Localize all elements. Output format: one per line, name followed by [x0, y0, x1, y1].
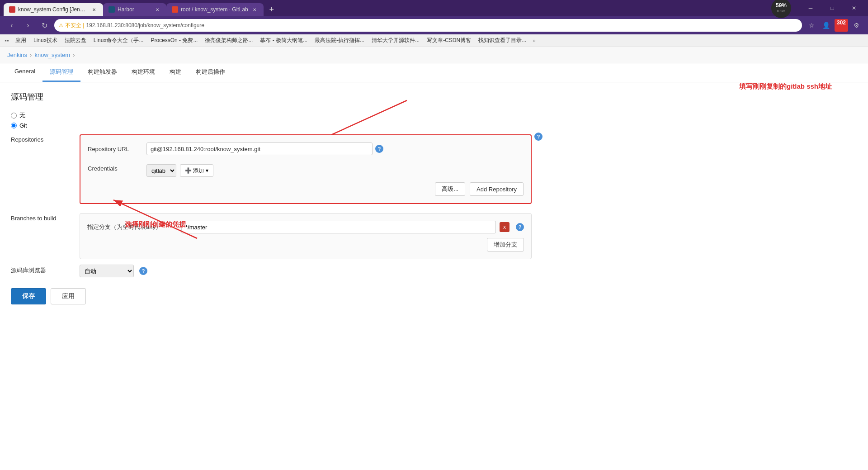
bookmark-cloud-label: 法院云盘 — [65, 37, 86, 44]
credentials-controls: qitlab ➕ 添加 ▾ — [146, 164, 213, 177]
tab-build-triggers[interactable]: 构建触发器 — [80, 63, 124, 82]
repo-help-icon[interactable]: ? — [534, 133, 542, 141]
bookmark-linux[interactable]: Linux技术 — [31, 36, 60, 45]
bookmark-tsinghua-label: 清华大学开源软件... — [372, 37, 420, 44]
bookmark-xu[interactable]: 徐亮俊架构师之路... — [202, 36, 255, 45]
radio-none-label: 无 — [19, 111, 25, 119]
add-credentials-button[interactable]: ➕ 添加 ▾ — [180, 164, 213, 177]
jenkins-main-content: 填写刚刚复制的gitlab ssh地址 源码管理 — [0, 82, 542, 319]
bookmark-zhishi[interactable]: 找知识查看子目录... — [476, 36, 529, 45]
bookmark-cloud[interactable]: 法院云盘 — [62, 36, 89, 45]
credentials-label: Credentials — [88, 165, 146, 172]
branches-label: Branches to build — [11, 213, 74, 222]
account-button[interactable]: 👤 — [820, 19, 833, 32]
apply-button[interactable]: 应用 — [51, 288, 86, 304]
breadcrumb-sep-2: › — [73, 52, 75, 58]
branch-box: 指定分支（为空时代表any） x ? 增加分支 — [80, 213, 532, 259]
jenkins-favicon — [9, 6, 15, 13]
bookmark-apps[interactable]: 应用 — [13, 36, 29, 45]
radio-git[interactable]: Git — [11, 122, 532, 129]
repositories-label: Repositories — [11, 134, 74, 143]
window-controls: ─ □ ✕ — [800, 2, 864, 14]
gitlab-favicon — [172, 6, 178, 13]
bookmark-mubu-label: 幕布 - 极简大纲笔... — [260, 37, 307, 44]
save-button[interactable]: 保存 — [11, 288, 46, 304]
branch-help-icon[interactable]: ? — [516, 223, 524, 231]
browser-tab-harbor[interactable]: Harbor ✕ — [103, 3, 166, 16]
repo-url-label: Repository URL — [88, 146, 146, 152]
browser-titlebar: know_system Config [Jenkins] ✕ Harbor ✕ … — [0, 0, 868, 16]
address-bar[interactable]: ⚠ 不安全 | 192.168.81.230:8080/job/know_sys… — [54, 19, 802, 32]
branch-input[interactable] — [181, 221, 496, 233]
extension-button[interactable]: ⚙ — [850, 19, 863, 32]
source-browser-row: 源码库浏览器 自动 ? — [11, 265, 532, 277]
browser-tab-jenkins[interactable]: know_system Config [Jenkins] ✕ — [4, 3, 103, 16]
harbor-favicon — [108, 6, 115, 13]
branch-field-label: 指定分支（为空时代表any） — [87, 223, 178, 231]
performance-indicator: 59% 0.3k/s — [769, 0, 793, 20]
branch-input-row: 指定分支（为空时代表any） x ? — [87, 221, 524, 233]
tab-title-gitlab: root / know_system · GitLab — [181, 6, 248, 13]
bookmark-linux2[interactable]: Linux命令大全（手... — [91, 36, 146, 45]
bookmark-csdn[interactable]: 写文章-CSDN博客 — [424, 36, 474, 45]
breadcrumb-know-system[interactable]: know_system — [34, 52, 70, 58]
titlebar-right: 59% 0.3k/s ─ □ ✕ — [769, 0, 864, 20]
credentials-select[interactable]: qitlab — [146, 164, 176, 177]
address-security-label: 不安全 | — [65, 22, 84, 29]
delete-branch-button[interactable]: x — [500, 222, 509, 232]
add-credentials-label: ➕ 添加 — [185, 167, 204, 175]
add-branch-button[interactable]: 增加分支 — [487, 238, 524, 252]
browser-tab-gitlab[interactable]: root / know_system · GitLab ✕ — [166, 3, 264, 16]
titlebar-left: know_system Config [Jenkins] ✕ Harbor ✕ … — [4, 0, 769, 16]
maximize-button[interactable]: □ — [822, 2, 843, 14]
source-browser-help-icon[interactable]: ? — [139, 267, 147, 275]
tab-build[interactable]: 构建 — [162, 63, 189, 82]
forward-button[interactable]: › — [22, 19, 34, 32]
section-title: 源码管理 — [11, 91, 532, 102]
tab-close-gitlab[interactable]: ✕ — [251, 6, 258, 13]
add-repository-button[interactable]: Add Repository — [470, 182, 524, 196]
repo-url-input[interactable] — [146, 142, 373, 155]
add-credentials-arrow: ▾ — [206, 167, 208, 174]
bookmark-csdn-label: 写文章-CSDN博客 — [427, 37, 471, 44]
bookmark-court[interactable]: 最高法院-执行指挥... — [312, 36, 367, 45]
branches-row: Branches to build 指定分支（为空时代表any） x ? 增加分… — [11, 213, 532, 259]
radio-none[interactable]: 无 — [11, 111, 532, 119]
close-button[interactable]: ✕ — [844, 2, 864, 14]
tab-post-build[interactable]: 构建后操作 — [189, 63, 232, 82]
bookmark-court-label: 最高法院-执行指挥... — [315, 37, 364, 44]
credentials-row: Credentials qitlab ➕ 添加 ▾ — [88, 160, 524, 177]
source-browser-select[interactable]: 自动 — [80, 265, 134, 277]
tab-close-jenkins[interactable]: ✕ — [90, 6, 98, 13]
reload-button[interactable]: ↻ — [38, 19, 51, 32]
tab-build-env[interactable]: 构建环境 — [124, 63, 162, 82]
bookmark-linux-label: Linux技术 — [33, 37, 57, 44]
tab-title-harbor: Harbor — [118, 6, 151, 13]
repo-help-icon-outer: ? — [532, 133, 542, 141]
tab-general[interactable]: General — [7, 63, 42, 82]
bookmark-button[interactable]: ☆ — [806, 19, 818, 32]
repo-url-help-icon[interactable]: ? — [375, 145, 383, 153]
bookmark-linux2-label: Linux命令大全（手... — [94, 37, 144, 44]
advanced-button[interactable]: 高级... — [435, 182, 465, 196]
bookmark-tsinghua[interactable]: 清华大学开源软件... — [369, 36, 422, 45]
radio-git-input[interactable] — [11, 123, 17, 128]
radio-none-input[interactable] — [11, 113, 17, 119]
address-text: 192.168.81.230:8080/job/know_system/conf… — [86, 22, 797, 28]
bookmark-zhishi-label: 找知识查看子目录... — [478, 37, 526, 44]
back-button[interactable]: ‹ — [5, 19, 18, 32]
breadcrumb-jenkins[interactable]: Jenkins — [7, 52, 27, 58]
security-warning-icon: ⚠ — [59, 23, 63, 28]
repositories-row: Repositories 选择刚刚创建的凭据 — [11, 134, 532, 204]
tab-close-harbor[interactable]: ✕ — [154, 6, 161, 13]
browser-addressbar: ‹ › ↻ ⚠ 不安全 | 192.168.81.230:8080/job/kn… — [0, 16, 868, 34]
apps-icon: ⚏ — [5, 38, 9, 43]
bookmark-mubu[interactable]: 幕布 - 极简大纲笔... — [257, 36, 310, 45]
tab-scm[interactable]: 源码管理 — [42, 63, 80, 82]
browser-actions: ☆ 👤 302 ⚙ — [806, 19, 863, 32]
bookmarks-bar: ⚏ 应用 Linux技术 法院云盘 Linux命令大全（手... Process… — [0, 34, 868, 47]
new-tab-button[interactable]: + — [265, 3, 278, 16]
minimize-button[interactable]: ─ — [800, 2, 821, 14]
bookmark-processon[interactable]: ProcessOn - 免费... — [148, 36, 200, 45]
notification-badge: 302 — [835, 19, 848, 32]
